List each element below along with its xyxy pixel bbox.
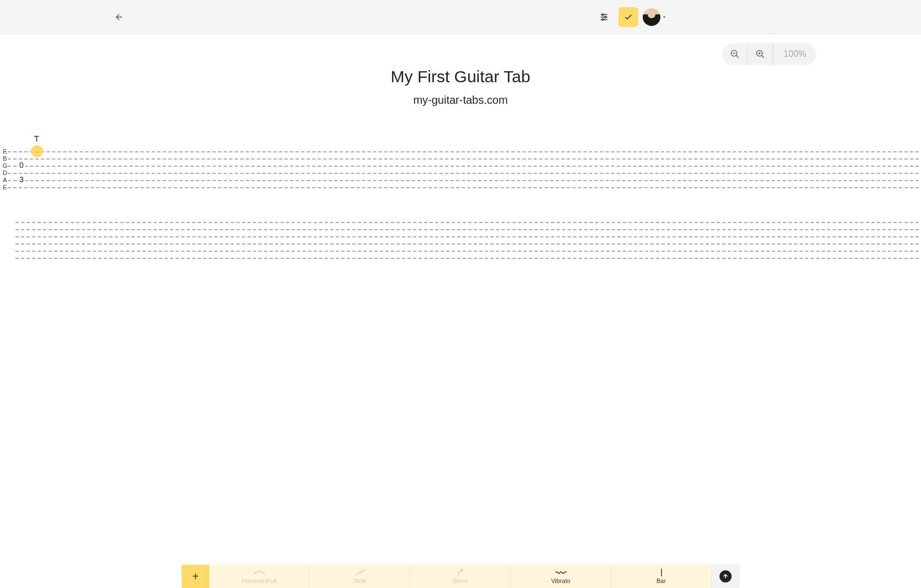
- string-line: [15, 236, 919, 237]
- toolbar-bar[interactable]: Bar: [611, 565, 712, 588]
- zoom-in-button[interactable]: [748, 43, 773, 65]
- bottom-toolbar: + Hammer/PullSlideBendVibratoBar: [182, 565, 739, 588]
- string-line: [15, 243, 919, 245]
- document-subtitle[interactable]: my-guitar-tabs.com: [0, 94, 921, 107]
- svg-point-5: [602, 19, 604, 20]
- tab-cursor[interactable]: ---: [31, 145, 43, 157]
- string-label: E: [2, 148, 8, 155]
- string-line: [15, 251, 919, 252]
- svg-line-7: [736, 55, 739, 58]
- scroll-up-button[interactable]: [712, 565, 739, 588]
- zoom-out-icon: [730, 49, 740, 59]
- toolbar-vibrato[interactable]: Vibrato: [511, 565, 611, 588]
- string-line: [8, 180, 919, 181]
- zoom-out-button[interactable]: [722, 43, 748, 65]
- tab-string-5[interactable]: E: [2, 183, 919, 190]
- app-header: [0, 0, 921, 34]
- string-line: [8, 173, 919, 174]
- tab-string-3[interactable]: D: [2, 169, 919, 176]
- slash-icon: [354, 569, 366, 576]
- zoom-in-icon: [755, 49, 765, 59]
- user-menu[interactable]: [643, 8, 667, 26]
- fret-number[interactable]: 0: [18, 161, 25, 169]
- tab-string-4[interactable]: [2, 247, 919, 254]
- tab-string-0[interactable]: E---: [2, 147, 919, 155]
- back-button[interactable]: [110, 8, 128, 26]
- confirm-button[interactable]: [618, 7, 638, 27]
- string-label: B: [2, 155, 8, 162]
- tab-string-1[interactable]: B: [2, 155, 919, 162]
- string-line: [15, 229, 919, 230]
- avatar: [643, 8, 660, 26]
- tab-string-2[interactable]: [2, 232, 919, 240]
- caret-down-icon: [661, 14, 667, 20]
- curve-up-icon: [457, 569, 464, 576]
- settings-button[interactable]: [594, 7, 614, 27]
- tab-string-3[interactable]: [2, 240, 919, 247]
- header-left: [11, 8, 128, 26]
- string-label: G: [2, 162, 8, 169]
- string-label: A: [2, 177, 8, 183]
- toolbar-slide: Slide: [310, 565, 410, 588]
- zoom-controls: 100%: [722, 43, 816, 65]
- string-label: E: [2, 184, 8, 190]
- toolbar-label: Slide: [353, 578, 366, 584]
- toolbar-label: Bend: [453, 578, 468, 584]
- header-right: [594, 7, 910, 27]
- tab-editor[interactable]: T E---BG0DA3E: [0, 134, 921, 261]
- tab-block-2[interactable]: [2, 218, 919, 261]
- document-title[interactable]: My First Guitar Tab: [0, 67, 921, 86]
- tab-marker: T: [34, 134, 919, 143]
- svg-line-13: [356, 570, 364, 575]
- string-line: [8, 151, 919, 152]
- svg-line-10: [761, 55, 764, 58]
- arc-icon: [253, 569, 266, 576]
- string-line: [15, 258, 919, 259]
- toolbar-label: Bar: [657, 578, 666, 584]
- tab-string-0[interactable]: [2, 218, 919, 225]
- arrow-up-icon: [719, 570, 732, 582]
- wave-icon: [555, 569, 567, 576]
- tab-string-1[interactable]: [2, 225, 919, 232]
- svg-point-4: [605, 16, 606, 18]
- toolbar-label: Hammer/Pull: [242, 578, 277, 584]
- document-main: My First Guitar Tab my-guitar-tabs.com T…: [0, 34, 921, 261]
- fret-number[interactable]: 3: [18, 175, 25, 184]
- svg-point-3: [602, 14, 604, 15]
- tab-string-5[interactable]: [2, 254, 919, 261]
- toolbar-hammerpull: Hammer/Pull: [209, 565, 310, 588]
- string-line: [8, 187, 919, 188]
- bar-icon: [660, 569, 663, 576]
- string-label: D: [2, 169, 8, 176]
- check-icon: [624, 13, 633, 22]
- toolbar-label: Vibrato: [551, 578, 570, 584]
- tab-string-4[interactable]: A3: [2, 176, 919, 183]
- toolbar-bend: Bend: [410, 565, 511, 588]
- string-line: [8, 166, 919, 167]
- add-button[interactable]: +: [182, 565, 209, 588]
- arrow-left-icon: [114, 12, 124, 22]
- string-line: [8, 158, 919, 160]
- tab-string-2[interactable]: G0: [2, 162, 919, 169]
- tab-block-1[interactable]: E---BG0DA3E: [2, 147, 919, 190]
- zoom-value: 100%: [773, 43, 816, 65]
- string-line: [15, 222, 919, 223]
- sliders-icon: [599, 12, 609, 22]
